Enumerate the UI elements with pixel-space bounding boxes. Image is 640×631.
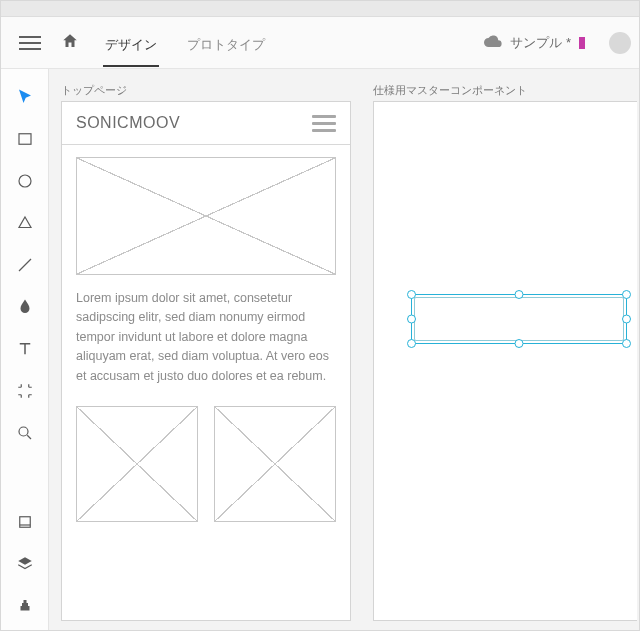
artboard-tool[interactable] xyxy=(15,381,35,401)
wireframe-paragraph: Lorem ipsum dolor sit amet, consetetur s… xyxy=(76,289,336,386)
window-titlebar xyxy=(1,1,639,17)
svg-rect-0 xyxy=(19,134,31,145)
image-placeholder-left xyxy=(76,406,198,522)
wireframe-body: Lorem ipsum dolor sit amet, consetetur s… xyxy=(62,145,350,534)
svg-rect-3 xyxy=(19,517,30,528)
svg-point-2 xyxy=(19,427,28,436)
assets-panel-button[interactable] xyxy=(15,512,35,532)
home-button[interactable] xyxy=(61,32,79,53)
pen-tool[interactable] xyxy=(15,297,35,317)
polygon-tool[interactable] xyxy=(15,213,35,233)
rectangle-tool[interactable] xyxy=(15,129,35,149)
layers-panel-button[interactable] xyxy=(15,554,35,574)
main-menu-button[interactable] xyxy=(19,32,41,54)
menu-bar: デザイン プロトタイプ サンプル * xyxy=(1,17,639,69)
cloud-icon xyxy=(484,34,502,51)
image-placeholder-hero xyxy=(76,157,336,275)
line-tool[interactable] xyxy=(15,255,35,275)
document-status-chip xyxy=(579,37,585,49)
document-title[interactable]: サンプル * xyxy=(484,34,585,52)
artboard-label-1[interactable]: トップページ xyxy=(61,83,127,98)
workspace: トップページ SONICMOOV Lorem ipsum dolor sit a… xyxy=(1,69,639,631)
avatar[interactable] xyxy=(609,32,631,54)
tool-rail xyxy=(1,69,49,631)
ellipse-tool[interactable] xyxy=(15,171,35,191)
zoom-tool[interactable] xyxy=(15,423,35,443)
plugins-panel-button[interactable] xyxy=(15,596,35,616)
design-canvas[interactable]: トップページ SONICMOOV Lorem ipsum dolor sit a… xyxy=(49,69,639,631)
text-tool[interactable] xyxy=(15,339,35,359)
svg-point-1 xyxy=(19,175,31,187)
wireframe-brand: SONICMOOV xyxy=(76,114,312,132)
select-tool[interactable] xyxy=(15,87,35,107)
selected-component[interactable] xyxy=(414,297,624,341)
artboard-master-components[interactable] xyxy=(373,101,637,621)
document-title-text: サンプル * xyxy=(510,34,571,52)
tab-prototype[interactable]: プロトタイプ xyxy=(179,20,273,66)
wireframe-header: SONICMOOV xyxy=(62,102,350,145)
hamburger-icon xyxy=(312,115,336,132)
artboard-top-page[interactable]: SONICMOOV Lorem ipsum dolor sit amet, co… xyxy=(61,101,351,621)
artboard-label-2[interactable]: 仕様用マスターコンポーネント xyxy=(373,83,527,98)
component-shape xyxy=(414,297,624,341)
image-placeholder-right xyxy=(214,406,336,522)
tab-design[interactable]: デザイン xyxy=(97,20,165,66)
svg-rect-4 xyxy=(23,600,26,603)
